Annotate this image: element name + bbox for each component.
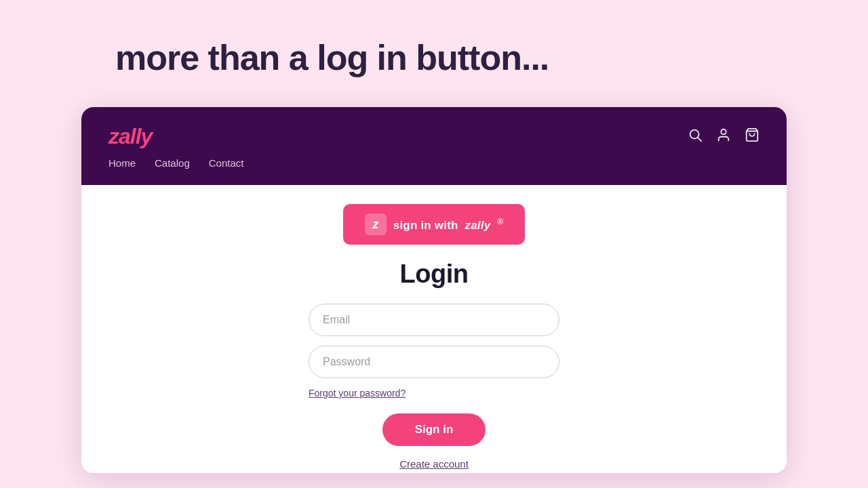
- password-input[interactable]: [309, 346, 559, 378]
- user-icon[interactable]: [716, 127, 731, 146]
- page-tagline: more than a log in button...: [115, 37, 549, 78]
- svg-point-2: [721, 129, 726, 134]
- logo[interactable]: zally: [108, 124, 152, 149]
- nav-link-catalog[interactable]: Catalog: [155, 157, 190, 169]
- sign-in-button[interactable]: Sign in: [382, 413, 486, 446]
- forgot-password-link[interactable]: Forgot your password?: [309, 388, 406, 399]
- browser-card: zally: [81, 107, 787, 473]
- navbar-icons: [688, 127, 760, 146]
- email-input[interactable]: [309, 304, 559, 336]
- svg-line-1: [698, 138, 701, 141]
- zally-button-icon: z: [365, 214, 387, 235]
- login-heading: Login: [400, 260, 469, 289]
- nav-link-contact[interactable]: Contact: [209, 157, 244, 169]
- zally-button-text: sign in with zally ®: [393, 217, 504, 232]
- nav-link-home[interactable]: Home: [108, 157, 136, 169]
- navbar-top: zally: [108, 124, 760, 149]
- zally-signin-button[interactable]: z sign in with zally ®: [343, 204, 526, 245]
- search-icon[interactable]: [688, 127, 703, 146]
- navbar: zally: [81, 107, 787, 185]
- create-account-link[interactable]: Create account: [399, 458, 469, 470]
- login-content: z sign in with zally ® Login Forgot your…: [81, 185, 787, 473]
- cart-icon[interactable]: [745, 127, 760, 146]
- navbar-links: Home Catalog Contact: [108, 157, 760, 169]
